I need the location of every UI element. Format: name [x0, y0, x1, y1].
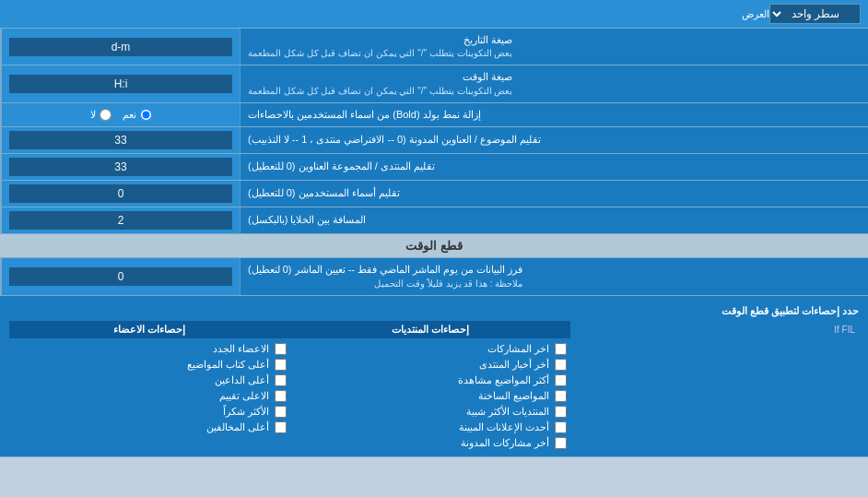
time-cutoff-row: فرز البيانات من يوم الماشر الماضي فقط --… [0, 258, 868, 295]
display-label: العرض [7, 8, 769, 20]
cb-last-posts-check[interactable] [555, 343, 567, 355]
bold-remove-label: إزالة نمط بولد (Bold) من اسماء المستخدمي… [240, 103, 868, 126]
if-fil-text: If FIL [574, 325, 855, 335]
stats-columns-wrapper: If FIL إحصاءات المنتديات اخر المشاركات أ… [9, 321, 859, 451]
bold-no-label[interactable]: لا [90, 109, 111, 121]
spacing-label: المسافة بين الخلايا (بالبكسل) [240, 207, 868, 233]
forum-limit-label: تقليم المنتدى / المجموعة العناوين (0 للت… [240, 154, 868, 180]
time-cutoff-input-cell [0, 258, 240, 294]
cb-hot-topics-check[interactable] [555, 390, 567, 402]
cb-most-thankful-check[interactable] [275, 406, 287, 418]
cb-top-violators-check[interactable] [275, 421, 287, 433]
cb-blog-posts: أخر مشاركات المدونة [290, 435, 571, 451]
stats-main-label: حدد إحصاءات لتطبيق قطع الوقت [9, 302, 859, 321]
stats-header-row: حدد إحصاءات لتطبيق قطع الوقت [9, 302, 859, 321]
spacing-input-cell [0, 207, 240, 233]
users-limit-input[interactable] [9, 184, 232, 203]
users-limit-label: تقليم أسماء المستخدمين (0 للتعطيل) [240, 181, 868, 207]
cb-top-posters: أعلى كتاب المواضيع [9, 357, 290, 373]
time-format-row: صيغة الوقت بعض التكوينات يتطلب "/" التي … [0, 65, 868, 102]
display-dropdown[interactable]: سطر واحد سطران ثلاثة أسطر [769, 4, 861, 24]
date-format-row: صيغة التاريخ بعض التكوينات يتطلب "/" الت… [0, 29, 868, 65]
cb-top-posters-check[interactable] [275, 359, 287, 371]
date-format-input-cell [0, 29, 240, 65]
bold-no-radio[interactable] [100, 109, 111, 121]
cb-latest-announcements: أحدث الإعلانات المبينة [290, 420, 571, 435]
cb-forum-news-check[interactable] [555, 359, 567, 371]
cb-new-members-check[interactable] [275, 343, 287, 355]
date-format-input[interactable] [9, 38, 232, 56]
stats-forums-col: إحصاءات المنتديات اخر المشاركات أخر أخبا… [290, 321, 571, 451]
time-cutoff-input[interactable] [9, 267, 232, 286]
time-cutoff-header: قطع الوقت [0, 234, 868, 258]
cb-latest-announcements-check[interactable] [555, 421, 567, 433]
titles-limit-input[interactable] [9, 131, 232, 149]
cb-most-viewed-check[interactable] [555, 374, 567, 386]
cb-top-rated-check[interactable] [275, 390, 287, 402]
stats-empty-col: If FIL [570, 321, 859, 451]
bold-remove-radio-group: نعم لا [90, 109, 152, 121]
cb-last-posts: اخر المشاركات [290, 341, 571, 357]
cb-most-popular-forums-check[interactable] [555, 406, 567, 418]
cb-new-members: الاعضاء الجدد [9, 341, 290, 357]
forum-limit-input[interactable] [9, 158, 232, 176]
cb-top-inviters-check[interactable] [275, 374, 287, 386]
bold-remove-input-cell: نعم لا [0, 103, 240, 126]
bold-yes-label[interactable]: نعم [123, 109, 152, 121]
stats-members-col: إحصاءات الاعضاء الاعضاء الجدد أعلى كتاب … [9, 321, 290, 451]
cb-top-rated: الاعلى تقييم [9, 388, 290, 404]
display-row: سطر واحد سطران ثلاثة أسطر العرض [0, 0, 868, 29]
cb-most-popular-forums: المنتديات الأكثر شببة [290, 404, 571, 420]
cb-blog-posts-check[interactable] [555, 437, 567, 449]
cb-most-thankful: الأكثر شكراً [9, 404, 290, 420]
stats-members-header: إحصاءات الاعضاء [9, 321, 290, 338]
titles-limit-label: تقليم الموضوع / العناوين المدونة (0 -- ا… [240, 127, 868, 153]
bold-remove-row: إزالة نمط بولد (Bold) من اسماء المستخدمي… [0, 103, 868, 127]
stats-section: حدد إحصاءات لتطبيق قطع الوقت If FIL إحصا… [0, 296, 868, 457]
users-limit-row: تقليم أسماء المستخدمين (0 للتعطيل) [0, 181, 868, 207]
forum-limit-input-cell [0, 154, 240, 180]
bold-yes-radio[interactable] [140, 109, 152, 121]
cb-hot-topics: المواضيع الساخنة [290, 388, 571, 404]
forum-limit-row: تقليم المنتدى / المجموعة العناوين (0 للت… [0, 154, 868, 181]
cb-forum-news: أخر أخبار المنتدى [290, 357, 571, 373]
cb-top-violators: أعلى المخالفين [9, 420, 290, 435]
users-limit-input-cell [0, 181, 240, 207]
time-format-input-cell [0, 65, 240, 101]
stats-forums-header: إحصاءات المنتديات [290, 321, 571, 338]
cb-top-inviters: أعلى الداعين [9, 373, 290, 388]
time-cutoff-label: فرز البيانات من يوم الماشر الماضي فقط --… [240, 258, 868, 294]
date-format-label: صيغة التاريخ بعض التكوينات يتطلب "/" الت… [240, 29, 868, 65]
titles-limit-row: تقليم الموضوع / العناوين المدونة (0 -- ا… [0, 127, 868, 154]
spacing-row: المسافة بين الخلايا (بالبكسل) [0, 207, 868, 234]
time-format-input[interactable] [9, 75, 232, 93]
spacing-input[interactable] [9, 211, 232, 230]
time-format-label: صيغة الوقت بعض التكوينات يتطلب "/" التي … [240, 65, 868, 101]
titles-limit-input-cell [0, 127, 240, 153]
cb-most-viewed: أكثر المواضيع مشاهدة [290, 373, 571, 388]
